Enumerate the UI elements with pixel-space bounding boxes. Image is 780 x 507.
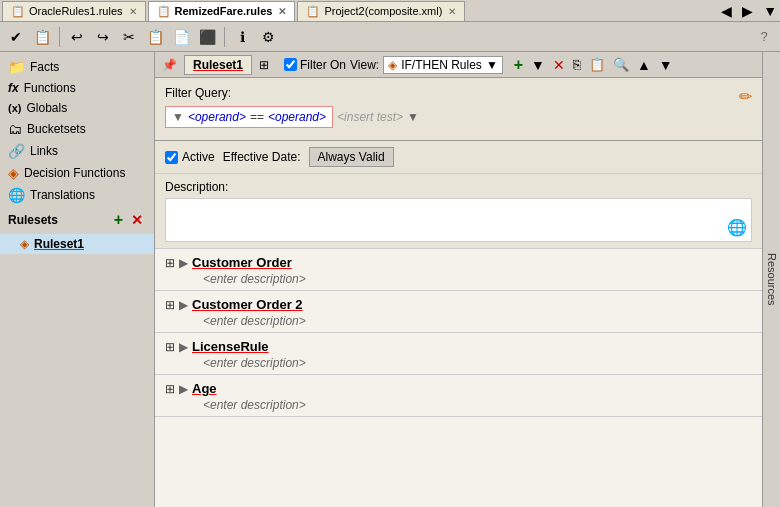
filter-operand1[interactable]: <operand> [188, 110, 246, 124]
sidebar-item-functions[interactable]: fx Functions [0, 78, 154, 98]
sidebar-item-globals[interactable]: (x) Globals [0, 98, 154, 118]
sidebar-item-facts[interactable]: 📁 Facts [0, 56, 154, 78]
view-dropdown-arrow: ▼ [486, 58, 498, 72]
filter-on-checkbox[interactable] [284, 58, 297, 71]
filter-operand2[interactable]: <operand> [268, 110, 326, 124]
view-option-icon: ◈ [388, 58, 397, 72]
rule-2-expand-icon[interactable]: ⊞ [165, 298, 175, 312]
rule-1-header: ⊞ ▶ Customer Order [165, 255, 752, 270]
sidebar-translations-label: Translations [30, 188, 95, 202]
sidebar-item-links[interactable]: 🔗 Links [0, 140, 154, 162]
filter-expression[interactable]: ▼ <operand> == <operand> [165, 106, 333, 128]
copy-button[interactable]: 📋 [143, 25, 167, 49]
sidebar-facts-label: Facts [30, 60, 59, 74]
sidebar-links-label: Links [30, 144, 58, 158]
tab-menu[interactable]: ▼ [760, 2, 780, 20]
tab-scroll-left[interactable]: ◀ [718, 2, 735, 20]
ruleset1-label: Ruleset1 [34, 237, 84, 251]
filter-row: ▼ <operand> == <operand> <insert test> ▼ [165, 106, 752, 128]
description-box[interactable]: 🌐 [165, 198, 752, 242]
always-valid-button[interactable]: Always Valid [309, 147, 394, 167]
main-layout: 📁 Facts fx Functions (x) Globals 🗂 Bucke… [0, 52, 780, 507]
remizedfare-icon: 📋 [157, 5, 171, 18]
functions-icon: fx [8, 81, 19, 95]
rule-4-name[interactable]: Age [192, 381, 217, 396]
project2-icon: 📋 [306, 5, 320, 18]
resources-label: Resources [766, 253, 778, 306]
sidebar-item-bucketsets[interactable]: 🗂 Bucketsets [0, 118, 154, 140]
ruleset-tab-bar: 📌 Ruleset1 ⊞ Filter On View: ◈ IF/THEN R… [155, 52, 762, 78]
stop-button[interactable]: ⬛ [195, 25, 219, 49]
filter-on-label: Filter On [300, 58, 346, 72]
tab-oraclerules-close[interactable]: ✕ [129, 6, 137, 17]
decision-functions-icon: ◈ [8, 165, 19, 181]
ruleset-nav-icon[interactable]: ⊞ [256, 57, 272, 73]
tab-bar: 📋 OracleRules1.rules ✕ 📋 RemizedFare.rul… [0, 0, 780, 22]
tab-scroll-right[interactable]: ▶ [739, 2, 756, 20]
active-label: Active [182, 150, 215, 164]
rule-1-arrow-icon[interactable]: ▶ [179, 256, 188, 270]
description-area: Description: 🌐 [155, 174, 762, 249]
filter-edit-icon[interactable]: ✏ [739, 87, 752, 106]
view-select[interactable]: ◈ IF/THEN Rules ▼ [383, 56, 503, 74]
rule-4-expand-icon[interactable]: ⊞ [165, 382, 175, 396]
content-area: 📌 Ruleset1 ⊞ Filter On View: ◈ IF/THEN R… [155, 52, 762, 507]
delete-ruleset-button[interactable]: ✕ [128, 210, 146, 230]
ruleset1-tab[interactable]: Ruleset1 [184, 55, 252, 75]
settings-button[interactable]: ⚙ [256, 25, 280, 49]
redo-button[interactable]: ↪ [91, 25, 115, 49]
add-rule-dropdown[interactable]: ▼ [528, 55, 548, 75]
tab-remizedfare-close[interactable]: ✕ [278, 6, 286, 17]
rule-2-desc: <enter description> [203, 314, 752, 328]
filter-area: Filter Query: ✏ ▼ <operand> == <operand>… [155, 78, 762, 141]
filter-dropdown-arrow[interactable]: ▼ [172, 110, 184, 124]
delete-rule-button[interactable]: ✕ [550, 55, 568, 75]
info-button[interactable]: ℹ [230, 25, 254, 49]
tab-bar-right: ◀ ▶ ▼ [718, 2, 780, 20]
sidebar-bucketsets-label: Bucketsets [27, 122, 86, 136]
rule-2-arrow-icon[interactable]: ▶ [179, 298, 188, 312]
description-edit-icon[interactable]: 🌐 [727, 218, 747, 237]
sidebar-item-translations[interactable]: 🌐 Translations [0, 184, 154, 206]
sidebar: 📁 Facts fx Functions (x) Globals 🗂 Bucke… [0, 52, 155, 507]
filter-insert-dropdown[interactable]: ▼ [407, 110, 419, 124]
rule-4-arrow-icon[interactable]: ▶ [179, 382, 188, 396]
tab-project2-close[interactable]: ✕ [448, 6, 456, 17]
rule-1-expand-icon[interactable]: ⊞ [165, 256, 175, 270]
sidebar-item-decision-functions[interactable]: ◈ Decision Functions [0, 162, 154, 184]
active-checkbox[interactable] [165, 151, 178, 164]
sort-desc-button[interactable]: ▼ [656, 55, 676, 75]
add-ruleset-button[interactable]: + [111, 210, 126, 230]
new-button[interactable]: 📋 [30, 25, 54, 49]
sidebar-ruleset1[interactable]: ◈ Ruleset1 [0, 234, 154, 254]
toolbar-right: ? [752, 25, 776, 49]
sidebar-decision-functions-label: Decision Functions [24, 166, 125, 180]
tab-oraclerules-label: OracleRules1.rules [29, 5, 123, 17]
rule-1-name[interactable]: Customer Order [192, 255, 292, 270]
resources-sidebar[interactable]: Resources [762, 52, 780, 507]
sort-asc-button[interactable]: ▲ [634, 55, 654, 75]
rule-3-header: ⊞ ▶ LicenseRule [165, 339, 752, 354]
tab-remizedfare[interactable]: 📋 RemizedFare.rules ✕ [148, 1, 296, 21]
rulesets-label: Rulesets [8, 213, 58, 227]
paste-rule-button[interactable]: 📋 [586, 55, 608, 75]
find-button[interactable]: 🔍 [610, 55, 632, 75]
rule-item-4: ⊞ ▶ Age <enter description> [155, 375, 762, 417]
rule-2-name[interactable]: Customer Order 2 [192, 297, 303, 312]
description-label: Description: [165, 180, 752, 194]
view-label: View: [350, 58, 379, 72]
tab-oraclerules[interactable]: 📋 OracleRules1.rules ✕ [2, 1, 146, 21]
copy-rule-button[interactable]: ⎘ [570, 55, 584, 75]
rule-3-arrow-icon[interactable]: ▶ [179, 340, 188, 354]
active-bar: Active Effective Date: Always Valid [155, 141, 762, 174]
save-button[interactable]: ✔ [4, 25, 28, 49]
run-button[interactable]: 📄 [169, 25, 193, 49]
rule-3-expand-icon[interactable]: ⊞ [165, 340, 175, 354]
tab-project2[interactable]: 📋 Project2(composite.xml) ✕ [297, 1, 465, 21]
validate-button[interactable]: ✂ [117, 25, 141, 49]
rule-3-name[interactable]: LicenseRule [192, 339, 269, 354]
undo-button[interactable]: ↩ [65, 25, 89, 49]
help-button[interactable]: ? [752, 25, 776, 49]
add-rule-button[interactable]: + [511, 55, 526, 75]
tab-project2-label: Project2(composite.xml) [324, 5, 442, 17]
